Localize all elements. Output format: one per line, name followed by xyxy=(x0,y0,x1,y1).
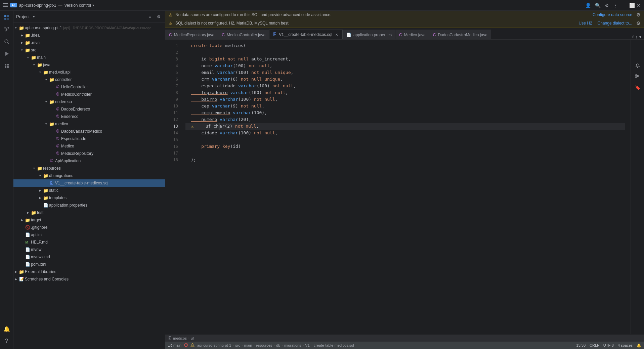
tree-root-item[interactable]: ▾ 📁 api-curso-spring-pt-1 [api] D:\ESTUD… xyxy=(13,24,165,32)
right-icon-structure[interactable] xyxy=(633,72,642,81)
right-icon-bookmarks[interactable]: 🔖 xyxy=(633,83,642,92)
error-warning-status[interactable] xyxy=(184,343,195,348)
notification-settings-2[interactable]: ⚙ xyxy=(636,20,641,26)
tree-arrow-java: ▾ xyxy=(32,62,36,67)
status-bc-7[interactable]: V1__create-table-medicos.sql xyxy=(305,343,354,347)
tree-item-medico-class[interactable]: ▶ © Medico xyxy=(13,142,165,150)
sidebar-item-run[interactable] xyxy=(1,48,12,59)
status-bc-6[interactable]: migrations xyxy=(284,343,301,347)
tree-item-main[interactable]: ▾ 📁 main xyxy=(13,54,165,61)
hamburger-icon[interactable] xyxy=(3,3,8,8)
code-line-17 xyxy=(185,150,625,157)
code-line-4: nome varchar(100) not null, xyxy=(185,62,625,69)
line-ending-status[interactable]: CRLF xyxy=(590,343,599,347)
notifications-bell[interactable]: 🔔 xyxy=(637,343,641,348)
code-content: create table medicos( id bigint not null… xyxy=(180,42,631,163)
tree-item-mvn[interactable]: ▶ 📁 .mvn xyxy=(13,39,165,46)
status-bc-4[interactable]: resources xyxy=(256,343,272,347)
tree-item-controller[interactable]: ▾ 📁 controller xyxy=(13,76,165,83)
code-editor[interactable]: create table medicos( id bigint not null… xyxy=(180,40,631,334)
tree-item-gitignore[interactable]: ▶ 🚫 .gitignore xyxy=(13,224,165,231)
tree-item-test[interactable]: ▶ 📁 test xyxy=(13,209,165,216)
tree-item-static[interactable]: ▶ 📁 static xyxy=(13,187,165,194)
tree-item-templates[interactable]: ▶ 📁 templates xyxy=(13,194,165,202)
line-num-14: 14 xyxy=(173,130,178,136)
tree-item-endereco[interactable]: ▾ 📁 endereco xyxy=(13,98,165,105)
tree-arrow-resources: ▾ xyxy=(32,166,36,171)
tree-label-db-migrations: db.migrations xyxy=(49,173,73,178)
sidebar-item-notifications[interactable]: 🔔 xyxy=(1,323,12,334)
sidebar-item-help[interactable]: ? xyxy=(1,336,12,346)
tab-medico-controller[interactable]: C MedicoController.java xyxy=(218,30,269,40)
version-control-button[interactable]: Version control ▾ xyxy=(65,3,94,8)
settings-icon[interactable]: ⚙ xyxy=(605,3,609,8)
project-dropdown-arrow[interactable]: ▾ xyxy=(33,14,35,19)
tree-item-medico-controller[interactable]: ▶ © MedicoController xyxy=(13,91,165,98)
tree-item-db-migrations[interactable]: ▾ 📁 db.migrations xyxy=(13,172,165,179)
tree-item-mvnw-cmd[interactable]: ▶ 📄 mvnw.cmd xyxy=(13,253,165,261)
svg-marker-12 xyxy=(5,52,9,56)
sidebar-item-plugins[interactable] xyxy=(1,60,12,71)
tree-item-external-libs[interactable]: ▶ 📁 External Libraries xyxy=(13,268,165,275)
spaces-status[interactable]: 4 spaces xyxy=(618,343,633,347)
people-icon[interactable]: 👤 xyxy=(585,3,591,8)
tree-item-especialidade[interactable]: ▶ © Especialidade xyxy=(13,135,165,142)
encoding-status[interactable]: UTF-8 xyxy=(603,343,614,347)
maximize-button[interactable]: ⬜ xyxy=(629,3,634,8)
use-h2-link[interactable]: Use H2 xyxy=(579,21,592,26)
tree-item-dados-cadastro[interactable]: ▶ © DadosCadastroMedico xyxy=(13,128,165,135)
right-icon-notifications[interactable] xyxy=(633,61,642,71)
tab-application-properties[interactable]: 📄 application.properties xyxy=(343,30,395,40)
tree-item-help-md[interactable]: ▶ M↓ HELP.md xyxy=(13,238,165,246)
tree-item-dados-endereco[interactable]: ▶ © DadosEndereco xyxy=(13,105,165,113)
tree-item-app-properties[interactable]: ▶ 📄 application.properties xyxy=(13,202,165,209)
tree-item-api-application[interactable]: ▶ © ApiApplication xyxy=(13,157,165,165)
panel-settings-button[interactable]: ⚙ xyxy=(155,13,162,20)
bc-uf[interactable]: uf xyxy=(191,336,194,340)
tab-medico-repository[interactable]: C MedicoRepository.java xyxy=(165,30,218,40)
sidebar-item-project[interactable] xyxy=(1,12,12,23)
tabs-chevron[interactable]: ▾ xyxy=(639,35,641,39)
tree-item-sql-file[interactable]: ▶ 🗄 V1__create-table-medicos.sql xyxy=(13,179,165,187)
status-bc-2[interactable]: src xyxy=(235,343,240,347)
tree-item-mvnw[interactable]: ▶ 📄 mvnw xyxy=(13,246,165,253)
status-bc-3[interactable]: main xyxy=(244,343,252,347)
configure-datasource-link[interactable]: Configure data source xyxy=(593,12,632,17)
title-project-name[interactable]: api-curso-spring-pt-1 xyxy=(19,3,56,8)
sidebar-item-search[interactable] xyxy=(1,36,12,47)
tree-item-idea[interactable]: ▶ 📁 .idea xyxy=(13,32,165,39)
tree-item-medico-repo[interactable]: ▶ © MedicoRepository xyxy=(13,150,165,157)
position-status[interactable]: 13:30 xyxy=(576,343,586,347)
code-line-8: logradouro varchar(100) not null, xyxy=(185,89,625,96)
tree-item-pom-xml[interactable]: ▶ 📄 pom.xml xyxy=(13,261,165,268)
tree-arrow: ▾ xyxy=(13,26,18,30)
tab-dados-cadastro[interactable]: C DadosCadastroMedico.java xyxy=(429,30,491,40)
close-button[interactable]: ✕ xyxy=(637,3,641,8)
bc-medicos[interactable]: medicos xyxy=(173,336,187,340)
more-icon[interactable]: ⋮ xyxy=(613,3,618,8)
tree-item-scratches[interactable]: ▶ 📝 Scratches and Consoles xyxy=(13,275,165,283)
tree-item-med-voll-api[interactable]: ▾ 📁 med.voll.api xyxy=(13,69,165,76)
tab-medico-java[interactable]: C Medico.java xyxy=(395,30,429,40)
tab-close-sql[interactable]: ✕ xyxy=(334,32,339,37)
tree-item-api-iml[interactable]: ▶ 📄 api.iml xyxy=(13,231,165,238)
panel-collapse-button[interactable]: ≡ xyxy=(146,13,154,20)
status-bc-1[interactable]: api-curso-spring-pt-1 xyxy=(197,343,231,347)
tree-item-target[interactable]: ▶ 📁 target xyxy=(13,216,165,224)
tree-arrow-static: ▶ xyxy=(38,188,42,193)
code-line-15 xyxy=(185,136,625,143)
tree-item-resources[interactable]: ▾ 📁 resources xyxy=(13,165,165,172)
tab-sql-file[interactable]: 🗄 V1__create-table-medicos.sql ✕ xyxy=(269,30,343,40)
minimize-button[interactable]: — xyxy=(622,3,627,8)
status-bc-5[interactable]: db xyxy=(276,343,280,347)
sidebar-item-git[interactable] xyxy=(1,24,12,35)
tree-item-src[interactable]: ▾ 📁 src xyxy=(13,46,165,54)
tree-item-endereco-class[interactable]: ▶ © Endereco xyxy=(13,113,165,120)
git-branch-status[interactable]: ⎇ main xyxy=(168,343,181,348)
tree-item-java[interactable]: ▾ 📁 java xyxy=(13,61,165,69)
tree-item-hello-controller[interactable]: ▶ © HelloController xyxy=(13,83,165,91)
search-icon[interactable]: 🔍 xyxy=(595,3,601,8)
change-dialect-link[interactable]: Change dialect to... xyxy=(598,21,632,26)
tree-item-medico-folder[interactable]: ▾ 📁 medico xyxy=(13,120,165,128)
notification-settings-1[interactable]: ⚙ xyxy=(636,12,641,17)
